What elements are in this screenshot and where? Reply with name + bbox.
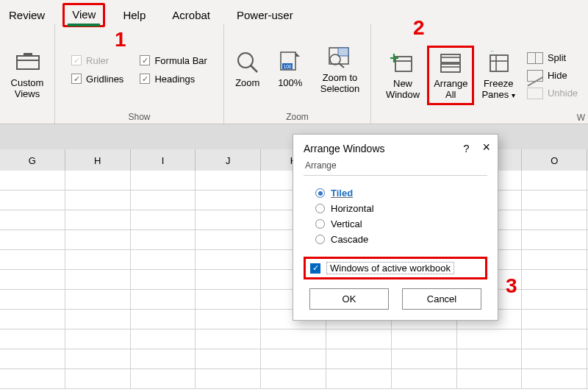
svg-rect-0	[17, 56, 39, 69]
ok-button[interactable]: OK	[309, 288, 389, 310]
column-header[interactable]: J	[196, 149, 261, 171]
tab-poweruser[interactable]: Power-user	[232, 6, 298, 24]
zoom-selection-label: Zoom to Selection	[320, 73, 359, 95]
chevron-down-icon: ▾	[512, 91, 515, 99]
gridlines-checkbox[interactable]: ✓Gridlines	[71, 74, 123, 85]
tab-help[interactable]: Help	[118, 6, 150, 24]
freeze-panes-button[interactable]: * Freeze Panes ▾	[477, 48, 520, 104]
tab-review[interactable]: Review	[4, 6, 49, 24]
column-header[interactable]: G	[0, 149, 65, 171]
zoom-100-button[interactable]: 100 100%	[273, 47, 307, 92]
column-header[interactable]: H	[65, 149, 131, 171]
formula-bar-label: Formula Bar	[154, 55, 207, 66]
group-zoom-label: Zoom	[286, 112, 309, 122]
tab-acrobat[interactable]: Acrobat	[168, 6, 215, 24]
formula-bar-checkbox[interactable]: ✓Formula Bar	[140, 55, 207, 66]
svg-rect-17	[441, 54, 460, 63]
arrange-windows-dialog: Arrange Windows ? × Arrange Tiled Horizo…	[293, 134, 498, 321]
radio-tiled-label: Tiled	[331, 188, 353, 199]
column-header[interactable]: I	[131, 149, 196, 171]
split-icon	[527, 52, 543, 64]
annotation-3: 3	[506, 274, 517, 298]
group-window-label: W	[577, 113, 585, 123]
svg-text:*: *	[490, 51, 495, 57]
radio-horizontal[interactable]: Horizontal	[315, 203, 484, 214]
zoom-label: Zoom	[235, 78, 259, 89]
split-label: Split	[548, 52, 566, 63]
svg-rect-2	[24, 53, 32, 56]
table-row[interactable]	[0, 329, 588, 349]
unhide-icon	[527, 88, 543, 99]
new-window-label: New Window	[386, 79, 420, 101]
radio-vertical[interactable]: Vertical	[315, 218, 484, 229]
arrange-all-label: Arrange All	[434, 79, 467, 101]
hide-label: Hide	[548, 70, 567, 81]
svg-rect-19	[441, 64, 460, 72]
freeze-panes-label: Freeze Panes ▾	[481, 79, 515, 101]
arrange-fieldset: Tiled Horizontal Vertical Cascade	[304, 175, 487, 252]
column-header[interactable]: O	[522, 149, 587, 171]
zoom-button[interactable]: Zoom	[231, 47, 265, 92]
windows-of-active-workbook-label: Windows of active workbook	[326, 262, 454, 274]
group-window: New Window Arrange All * Freeze Panes ▾ …	[370, 24, 588, 124]
radio-tiled[interactable]: Tiled	[315, 188, 484, 199]
hide-button[interactable]: Hide	[527, 70, 578, 82]
unhide-label: Unhide	[548, 88, 578, 99]
radio-cascade[interactable]: Cascade	[315, 234, 484, 245]
custom-views-icon	[15, 50, 40, 75]
svg-text:100: 100	[283, 64, 291, 69]
split-button[interactable]: Split	[527, 52, 578, 64]
cancel-button[interactable]: Cancel	[402, 288, 481, 310]
new-window-button[interactable]: New Window	[381, 48, 424, 104]
close-icon[interactable]: ×	[482, 142, 490, 154]
group-show-label: Show	[128, 112, 150, 122]
hide-icon	[527, 70, 543, 82]
zoom-100-icon: 100	[278, 50, 303, 75]
dialog-help-button[interactable]: ?	[463, 142, 469, 154]
ruler-label: Ruler	[86, 55, 109, 66]
arrange-all-button[interactable]: Arrange All	[427, 46, 474, 106]
headings-label: Headings	[154, 74, 195, 85]
zoom-to-selection-button[interactable]: Zoom to Selection	[316, 42, 364, 98]
radio-vertical-label: Vertical	[331, 218, 362, 229]
arrange-group-label: Arrange	[305, 160, 487, 171]
new-window-icon	[390, 51, 415, 76]
group-zoom: Zoom 100 100% Zoom to Selection Zoom	[223, 24, 370, 124]
svg-point-11	[330, 54, 340, 65]
custom-views-label: Custom Views	[11, 78, 44, 100]
arrange-all-icon	[438, 51, 463, 76]
group-views: Custom Views	[0, 24, 54, 124]
windows-of-active-workbook-checkbox[interactable]: ✓ Windows of active workbook	[304, 257, 487, 279]
unhide-button[interactable]: Unhide	[527, 88, 578, 99]
zoom-100-label: 100%	[278, 78, 302, 89]
svg-marker-6	[295, 52, 300, 57]
checkbox-checked-icon: ✓	[310, 263, 320, 274]
group-show: ✓Ruler ✓Gridlines ✓Formula Bar ✓Headings…	[54, 24, 223, 124]
headings-checkbox[interactable]: ✓Headings	[140, 74, 207, 85]
radio-horizontal-label: Horizontal	[331, 203, 374, 214]
custom-views-button[interactable]: Custom Views	[7, 47, 49, 103]
svg-line-4	[251, 65, 257, 72]
svg-rect-21	[490, 55, 508, 71]
table-row[interactable]	[0, 349, 588, 369]
table-row[interactable]	[0, 369, 588, 389]
freeze-panes-icon: *	[486, 51, 511, 76]
gridlines-label: Gridlines	[86, 74, 123, 85]
svg-rect-10	[338, 48, 348, 56]
ruler-checkbox[interactable]: ✓Ruler	[71, 55, 123, 66]
ribbon-tabs: Review View Help Acrobat Power-user	[0, 0, 588, 24]
dialog-title: Arrange Windows	[304, 143, 385, 154]
magnifier-icon	[235, 50, 260, 75]
zoom-selection-icon	[327, 45, 352, 70]
ribbon: Custom Views ✓Ruler ✓Gridlines ✓Formula …	[0, 24, 588, 124]
radio-cascade-label: Cascade	[331, 234, 368, 245]
